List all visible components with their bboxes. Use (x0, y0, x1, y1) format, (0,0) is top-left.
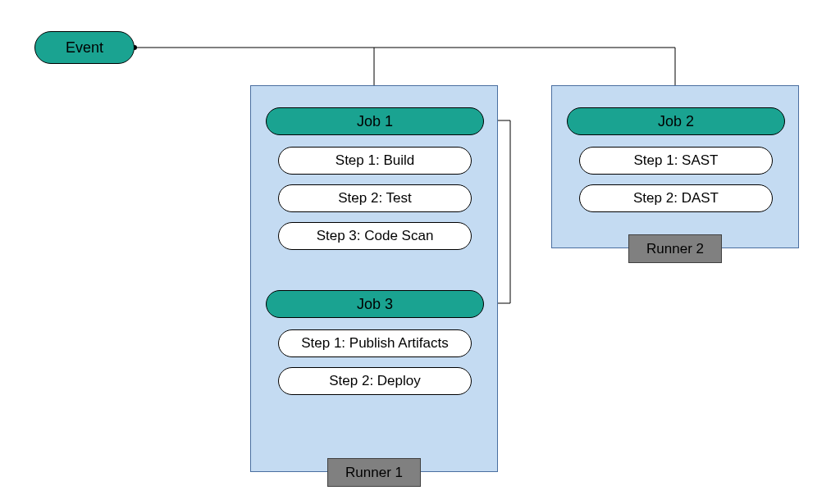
runner-1-label: Runner 1 (327, 458, 421, 487)
runner-label-text: Runner 2 (646, 241, 704, 257)
job-1-step-2: Step 2: Test (278, 184, 472, 212)
step-label: Step 1: SAST (634, 152, 719, 169)
event-node: Event (34, 31, 135, 64)
job-2-step-1: Step 1: SAST (579, 147, 773, 175)
runner-2-panel: Job 2 Step 1: SAST Step 2: DAST (551, 85, 799, 248)
step-label: Step 3: Code Scan (317, 228, 434, 244)
step-label: Step 2: DAST (633, 190, 719, 207)
job-3-node: Job 3 (266, 290, 484, 318)
job-2-label: Job 2 (658, 113, 694, 130)
runner-label-text: Runner 1 (345, 465, 403, 481)
step-label: Step 1: Build (336, 152, 414, 169)
runner-1-panel: Job 1 Step 1: Build Step 2: Test Step 3:… (250, 85, 498, 472)
job-1-step-1: Step 1: Build (278, 147, 472, 175)
job-3-label: Job 3 (357, 296, 393, 313)
runner-2-label: Runner 2 (628, 234, 722, 263)
event-label: Event (66, 39, 103, 57)
step-label: Step 2: Test (338, 190, 411, 207)
step-label: Step 2: Deploy (329, 373, 421, 389)
job-2-node: Job 2 (567, 107, 785, 135)
job-1-node: Job 1 (266, 107, 484, 135)
job-1-label: Job 1 (357, 113, 393, 130)
job-2-step-2: Step 2: DAST (579, 184, 773, 212)
step-label: Step 1: Publish Artifacts (301, 335, 449, 352)
job-1-step-3: Step 3: Code Scan (278, 222, 472, 250)
job-3-step-1: Step 1: Publish Artifacts (278, 329, 472, 357)
job-3-step-2: Step 2: Deploy (278, 367, 472, 395)
